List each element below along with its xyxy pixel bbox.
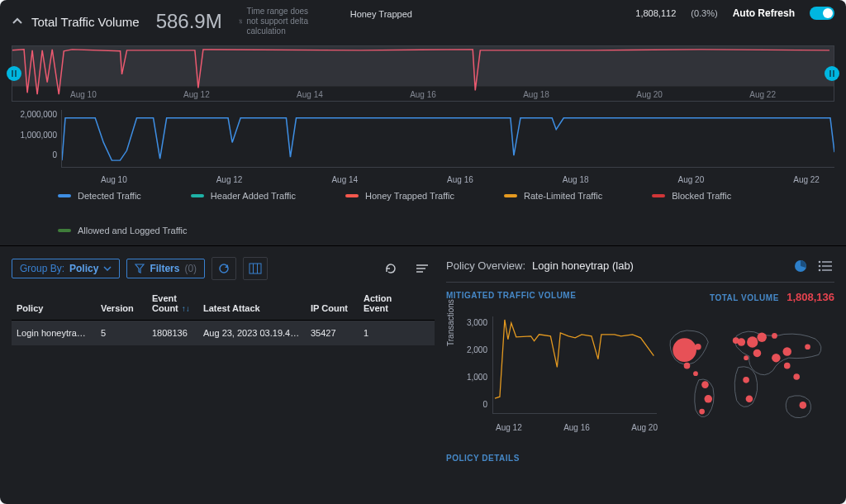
svg-point-30 bbox=[772, 333, 777, 339]
chevron-up-icon[interactable] bbox=[12, 16, 23, 27]
col-policy[interactable]: Policy bbox=[17, 303, 101, 313]
main-chart-canvas[interactable] bbox=[61, 110, 834, 168]
table-header: Policy Version Event Count↑↓ Latest Atta… bbox=[12, 287, 435, 321]
honey-trapped-pct: (0.3%) bbox=[691, 8, 717, 18]
svg-point-27 bbox=[733, 337, 739, 344]
overview-icons bbox=[791, 257, 834, 275]
sort-icon: ↑↓ bbox=[182, 304, 190, 313]
reset-filters-button[interactable] bbox=[212, 257, 236, 280]
overview-line bbox=[492, 316, 657, 414]
overview-timeline[interactable]: Aug 10 Aug 12 Aug 14 Aug 16 Aug 18 Aug 2… bbox=[12, 45, 834, 102]
svg-point-36 bbox=[782, 347, 791, 356]
group-by-selector[interactable]: Group By: Policy bbox=[12, 259, 120, 278]
tick: 0 bbox=[463, 400, 487, 409]
auto-refresh-toggle[interactable] bbox=[810, 7, 834, 20]
settings-menu-button[interactable] bbox=[410, 257, 435, 280]
col-action-event[interactable]: Action Event bbox=[364, 293, 413, 313]
legend-label: Detected Traffic bbox=[78, 191, 141, 201]
columns-button[interactable] bbox=[243, 257, 268, 280]
filter-icon bbox=[135, 264, 145, 273]
total-traffic-label: Total Traffic Volume bbox=[31, 15, 140, 29]
range-handle-right[interactable] bbox=[825, 66, 839, 81]
legend-swatch bbox=[58, 194, 71, 197]
overview-y-axis: 3,000 2,000 1,000 0 bbox=[463, 318, 487, 409]
legend-swatch bbox=[504, 194, 517, 197]
col-latest-attack[interactable]: Latest Attack bbox=[203, 303, 311, 313]
overview-x-axis: Aug 12 Aug 16 Aug 20 bbox=[492, 423, 661, 432]
legend-label: Rate-Limited Traffic bbox=[524, 191, 602, 201]
svg-point-29 bbox=[757, 333, 766, 342]
tick: Aug 18 bbox=[563, 175, 589, 184]
overview-map[interactable] bbox=[661, 307, 834, 449]
tick: Aug 12 bbox=[216, 175, 243, 184]
overview-body: Transactions 3,000 2,000 1,000 0 Aug 12 … bbox=[446, 307, 834, 449]
tick: Aug 16 bbox=[447, 175, 473, 184]
mitigated-label: MITIGATED TRAFFIC VOLUME bbox=[446, 291, 576, 303]
lower-split: Group By: Policy Filters (0) Policy Vers… bbox=[0, 246, 846, 501]
legend-swatch bbox=[652, 194, 665, 197]
overview-line bbox=[12, 46, 834, 101]
legend-item[interactable]: Honey Trapped Traffic bbox=[345, 191, 454, 201]
tick: 0 bbox=[12, 150, 57, 159]
tick: 2,000,000 bbox=[12, 110, 57, 119]
honey-trapped-label: Honey Trapped bbox=[350, 7, 412, 19]
filters-label: Filters bbox=[150, 263, 179, 274]
legend-item[interactable]: Detected Traffic bbox=[58, 191, 141, 201]
policy-table-pane: Group By: Policy Filters (0) Policy Vers… bbox=[0, 246, 436, 501]
tick: Aug 16 bbox=[563, 423, 590, 432]
auto-refresh-label: Auto Refresh bbox=[733, 7, 795, 19]
svg-point-19 bbox=[673, 338, 696, 362]
svg-point-40 bbox=[800, 402, 807, 409]
svg-rect-0 bbox=[12, 46, 834, 87]
refresh-button[interactable] bbox=[378, 257, 403, 280]
legend-item[interactable]: Allowed and Logged Traffic bbox=[58, 226, 188, 235]
col-event-count[interactable]: Event Count↑↓ bbox=[152, 293, 203, 313]
main-chart: 2,000,000 1,000,000 0 Aug 10 Aug 12 Aug … bbox=[12, 110, 834, 184]
overview-chart[interactable]: Transactions 3,000 2,000 1,000 0 Aug 12 … bbox=[446, 307, 661, 449]
tick: Aug 14 bbox=[331, 175, 358, 184]
legend-item[interactable]: Rate-Limited Traffic bbox=[504, 191, 602, 201]
legend-swatch bbox=[345, 194, 359, 197]
dashboard: { "header": { "chevron": "collapse", "to… bbox=[0, 0, 846, 504]
honey-trapped-count: 1,808,112 bbox=[635, 8, 676, 18]
legend-swatch bbox=[58, 229, 71, 232]
svg-point-24 bbox=[705, 395, 713, 403]
svg-point-31 bbox=[753, 349, 762, 358]
overview-policy-name: Login honeytrap (lab) bbox=[532, 259, 634, 272]
col-version[interactable]: Version bbox=[101, 303, 152, 313]
svg-point-20 bbox=[695, 344, 701, 350]
range-handle-left[interactable] bbox=[7, 66, 21, 81]
tick: 2,000 bbox=[463, 345, 487, 354]
legend-swatch bbox=[191, 194, 204, 197]
total-volume-label: TOTAL VOLUME bbox=[710, 293, 779, 302]
pie-chart-icon[interactable] bbox=[791, 257, 810, 275]
svg-point-32 bbox=[744, 355, 749, 360]
tick: Aug 12 bbox=[496, 423, 522, 432]
filters-button[interactable]: Filters (0) bbox=[126, 259, 205, 278]
header-left: Total Traffic Volume 586.9M Time range d… bbox=[12, 7, 313, 36]
header: Total Traffic Volume 586.9M Time range d… bbox=[0, 0, 846, 37]
list-view-icon[interactable] bbox=[816, 257, 834, 275]
legend-item[interactable]: Header Added Traffic bbox=[191, 191, 296, 201]
legend-item[interactable]: Blocked Traffic bbox=[652, 191, 731, 201]
svg-point-28 bbox=[747, 336, 758, 347]
svg-point-13 bbox=[819, 260, 821, 263]
tick: 1,000,000 bbox=[12, 131, 57, 140]
tick: Aug 20 bbox=[631, 423, 658, 432]
tick: 3,000 bbox=[463, 318, 487, 327]
cell-version: 5 bbox=[101, 328, 152, 338]
cell-action: 1 bbox=[364, 328, 413, 338]
tick: 1,000 bbox=[463, 373, 487, 382]
col-ip-count[interactable]: IP Count bbox=[311, 303, 364, 313]
group-by-value: Policy bbox=[69, 263, 98, 274]
main-x-axis: Aug 10 Aug 12 Aug 14 Aug 16 Aug 18 Aug 2… bbox=[61, 175, 834, 184]
delta-unavailable-msg: Time range does not support delta calcul… bbox=[239, 7, 313, 36]
svg-point-33 bbox=[743, 377, 749, 383]
legend-label: Blocked Traffic bbox=[672, 191, 731, 201]
delta-msg-text: Time range does not support delta calcul… bbox=[246, 7, 312, 36]
legend-label: Header Added Traffic bbox=[211, 191, 296, 201]
table-row[interactable]: Login honeytra… 5 1808136 Aug 23, 2023 0… bbox=[12, 321, 435, 346]
legend-label: Allowed and Logged Traffic bbox=[78, 226, 188, 235]
svg-point-22 bbox=[693, 371, 698, 376]
svg-point-39 bbox=[805, 344, 810, 349]
